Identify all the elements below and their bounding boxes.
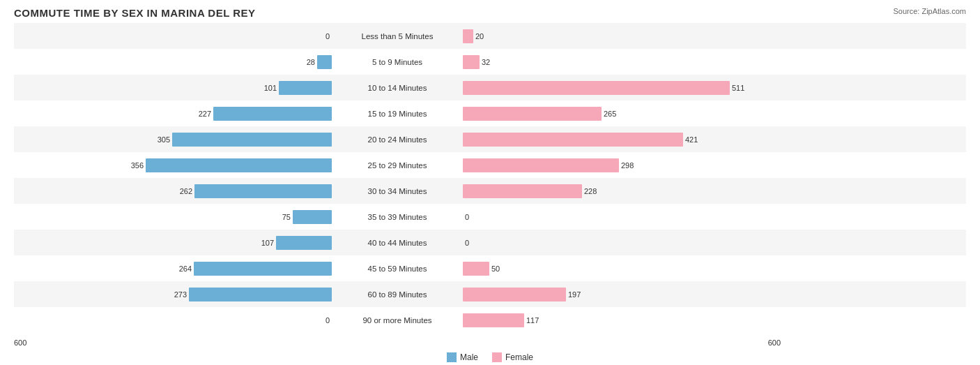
legend: Male Female: [14, 352, 966, 362]
right-section: 32: [460, 55, 781, 69]
bar-row: 107 40 to 44 Minutes 0: [14, 230, 966, 255]
bar-row: 273 60 to 89 Minutes 197: [14, 281, 966, 307]
bar-row: 75 35 to 39 Minutes 0: [14, 204, 966, 230]
left-section: 305: [14, 133, 335, 147]
male-bar: [317, 55, 332, 69]
bar-label: 45 to 59 Minutes: [335, 265, 460, 273]
left-section: 273: [14, 288, 335, 301]
right-section: 117: [460, 313, 781, 327]
male-bar: [293, 210, 332, 224]
female-bar: [463, 55, 480, 69]
male-bar: [194, 184, 332, 198]
female-bar: [463, 313, 524, 327]
female-bar: [463, 107, 602, 121]
axis-row: 600 600: [14, 336, 966, 350]
male-bar: [276, 236, 332, 250]
right-section: 0: [460, 210, 781, 224]
female-value: 511: [732, 84, 751, 92]
male-value: 305: [151, 135, 170, 144]
female-value: 20: [475, 32, 495, 40]
left-section: 356: [14, 158, 335, 172]
bar-label: 20 to 24 Minutes: [335, 135, 460, 144]
chart-area: 0 Less than 5 Minutes 20 28 5 to 9 Minut…: [14, 23, 966, 333]
left-section: 262: [14, 184, 335, 198]
female-legend-label: Female: [505, 352, 533, 362]
left-section: 264: [14, 262, 335, 276]
bar-label: 60 to 89 Minutes: [335, 290, 460, 299]
bar-row: 0 90 or more Minutes 117: [14, 307, 966, 333]
right-section: 511: [460, 81, 781, 95]
male-value: 0: [310, 32, 330, 40]
chart-container: COMMUTE TIME BY SEX IN MARINA DEL REY So…: [0, 0, 980, 365]
right-section: 20: [460, 29, 781, 43]
male-value: 101: [257, 84, 277, 92]
male-legend-box: [447, 352, 457, 362]
bar-label: 90 or more Minutes: [335, 316, 460, 325]
bar-label: Less than 5 Minutes: [335, 32, 460, 40]
right-section: 197: [460, 288, 781, 301]
female-bar: [463, 184, 582, 198]
bar-label: 35 to 39 Minutes: [335, 213, 460, 221]
bar-label: 30 to 34 Minutes: [335, 187, 460, 195]
female-bar: [463, 288, 566, 301]
right-section: 0: [460, 236, 781, 250]
male-bar: [146, 158, 332, 172]
right-section: 265: [460, 107, 781, 121]
bar-row: 0 Less than 5 Minutes 20: [14, 23, 966, 49]
female-bar: [463, 133, 683, 147]
male-value: 28: [296, 58, 315, 66]
left-section: 227: [14, 107, 335, 121]
left-section: 0: [14, 29, 335, 43]
right-section: 421: [460, 133, 781, 147]
female-bar: [463, 29, 473, 43]
female-bar: [463, 158, 619, 172]
male-bar: [194, 262, 332, 276]
bar-row: 262 30 to 34 Minutes 228: [14, 178, 966, 204]
male-value: 75: [271, 213, 291, 221]
left-section: 0: [14, 313, 335, 327]
male-value: 264: [172, 265, 192, 273]
female-bar: [463, 81, 730, 95]
female-value: 265: [604, 110, 623, 118]
bar-label: 10 to 14 Minutes: [335, 84, 460, 92]
male-bar: [172, 133, 332, 147]
female-value: 0: [465, 213, 484, 221]
bar-row: 356 25 to 29 Minutes 298: [14, 152, 966, 178]
male-value: 273: [167, 290, 187, 299]
female-value: 228: [584, 187, 604, 195]
male-value: 227: [192, 110, 211, 118]
female-value: 32: [482, 58, 501, 66]
male-bar: [189, 288, 332, 301]
male-bar: [279, 81, 332, 95]
female-value: 50: [491, 265, 511, 273]
female-value: 117: [526, 316, 546, 325]
source-text: Source: ZipAtlas.com: [893, 7, 966, 15]
bar-row: 101 10 to 14 Minutes 511: [14, 75, 966, 100]
legend-female: Female: [492, 352, 533, 362]
left-section: 75: [14, 210, 335, 224]
male-legend-label: Male: [460, 352, 478, 362]
right-section: 228: [460, 184, 781, 198]
left-section: 101: [14, 81, 335, 95]
female-legend-box: [492, 352, 502, 362]
female-value: 421: [685, 135, 705, 144]
bar-label: 15 to 19 Minutes: [335, 110, 460, 118]
bar-label: 40 to 44 Minutes: [335, 239, 460, 247]
female-value: 197: [568, 290, 588, 299]
bar-row: 227 15 to 19 Minutes 265: [14, 100, 966, 126]
male-value: 107: [254, 239, 274, 247]
female-value: 298: [621, 161, 641, 170]
male-value: 356: [124, 161, 144, 170]
bar-row: 264 45 to 59 Minutes 50: [14, 255, 966, 281]
left-section: 28: [14, 55, 335, 69]
male-value: 262: [173, 187, 192, 195]
bar-label: 5 to 9 Minutes: [335, 58, 460, 66]
right-section: 50: [460, 262, 781, 276]
legend-male: Male: [447, 352, 478, 362]
axis-right: 600: [460, 338, 781, 347]
axis-left: 600: [14, 338, 335, 347]
left-section: 107: [14, 236, 335, 250]
female-value: 0: [465, 239, 484, 247]
bar-label: 25 to 29 Minutes: [335, 161, 460, 170]
bar-row: 305 20 to 24 Minutes 421: [14, 126, 966, 152]
